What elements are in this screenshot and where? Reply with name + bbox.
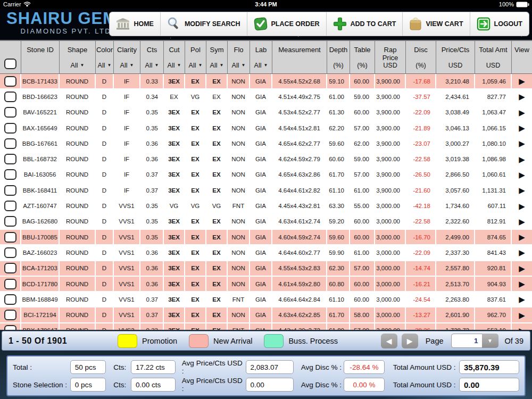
view-stone-button[interactable]: ▶ <box>519 202 525 210</box>
row-checkbox[interactable] <box>4 232 16 243</box>
home-button[interactable]: HOME <box>110 12 161 36</box>
filter-dropdown-shape[interactable]: All ▼ <box>71 62 85 69</box>
cell-flo: NON <box>228 74 250 88</box>
view-stone-button[interactable]: ▶ <box>519 171 525 179</box>
view-stone-button[interactable]: ▶ <box>519 93 525 101</box>
row-checkbox-cell <box>0 277 21 291</box>
legend-swatch <box>189 334 209 348</box>
cell-rap-price: 3,000.00 <box>375 198 406 213</box>
view-stone-button[interactable]: ▶ <box>519 233 525 241</box>
row-checkbox[interactable] <box>4 310 16 320</box>
cell-flo: NON <box>228 105 250 120</box>
column-header-measurement: Measurement <box>272 41 327 73</box>
table-row: BBM-168849ROUNDDVVS10.373EXEXEXFNTGIA4.6… <box>0 292 532 307</box>
view-stone-button[interactable]: ▶ <box>519 218 525 226</box>
cell-rap-price: 3,000.00 <box>375 230 406 244</box>
pager: ◀ ▶ Page 1 ▼ Of 39 <box>377 334 523 348</box>
row-checkbox-cell <box>0 74 21 88</box>
cell-pol: EX <box>185 183 206 197</box>
row-checkbox[interactable] <box>4 76 16 87</box>
next-page-button[interactable]: ▶ <box>402 334 418 348</box>
view-stone-button[interactable]: ▶ <box>519 155 525 163</box>
view-stone-button[interactable]: ▶ <box>519 295 525 303</box>
view-stone-button[interactable]: ▶ <box>519 124 525 132</box>
cell-clarity: VVS2 <box>114 323 140 330</box>
filter-dropdown-clarity[interactable]: All ▼ <box>120 62 134 69</box>
legend-label: Buss. Process <box>288 337 338 345</box>
cell-sym: EX <box>206 277 228 291</box>
filter-dropdown-cts[interactable]: All ▼ <box>145 62 159 69</box>
row-checkbox[interactable] <box>4 263 16 273</box>
row-checkbox-cell <box>0 121 21 135</box>
filter-dropdown-lab[interactable]: All ▼ <box>254 62 268 69</box>
view-stone-button[interactable]: ▶ <box>519 186 525 194</box>
page-select[interactable]: 1 ▼ <box>451 334 498 348</box>
cell-lab: GIA <box>250 121 272 135</box>
cell-total-amt: 607.11 <box>475 198 512 213</box>
cell-total-amt: 920.81 <box>475 261 512 276</box>
cell-cut: 3EX <box>164 230 185 244</box>
cell-cut: 3EX <box>164 214 185 229</box>
filter-dropdown-cut[interactable]: All ▼ <box>168 62 181 69</box>
row-checkbox[interactable] <box>4 138 16 149</box>
view-stone-button[interactable]: ▶ <box>519 109 525 117</box>
cell-table: 61.00 <box>350 245 375 260</box>
cell-clarity: IF <box>114 136 140 151</box>
row-checkbox[interactable] <box>4 123 16 134</box>
cell-cts: 0.37 <box>140 307 164 322</box>
cell-price-cts: 3,019.38 <box>436 152 475 166</box>
cell-cts: 0.33 <box>140 74 164 88</box>
cell-price-cts: 3,000.27 <box>436 136 475 151</box>
logout-button[interactable]: LOGOUT <box>470 12 529 36</box>
cell-pol: EX <box>185 152 206 166</box>
cell-cut: 3EX <box>164 323 185 330</box>
view-stone-button[interactable]: ▶ <box>519 327 525 330</box>
row-checkbox[interactable] <box>4 247 16 258</box>
logout-icon <box>477 17 491 31</box>
table-row: AZT-160747ROUNDDVVS10.35VGVGVGFNTGIA4.45… <box>0 198 532 214</box>
cell-stone-id: BCD-171780 <box>21 277 60 291</box>
cell-cts: 0.36 <box>140 245 164 260</box>
view-stone-button[interactable]: ▶ <box>519 139 525 147</box>
view-stone-button[interactable]: ▶ <box>519 248 525 256</box>
row-checkbox[interactable] <box>4 169 16 180</box>
filter-dropdown-pol[interactable]: All ▼ <box>189 62 203 69</box>
row-checkbox[interactable] <box>4 294 16 305</box>
view-stone-button[interactable]: ▶ <box>519 264 525 272</box>
cell-sym: EX <box>206 152 228 166</box>
row-checkbox[interactable] <box>4 279 16 289</box>
add-to-cart-button[interactable]: ADD TO CART <box>327 12 403 36</box>
view-stone-button[interactable]: ▶ <box>519 280 525 288</box>
cell-rap-price: 3,900.00 <box>375 121 406 135</box>
row-checkbox[interactable] <box>4 185 16 196</box>
prev-page-button[interactable]: ◀ <box>381 334 397 348</box>
row-checkbox[interactable] <box>4 154 16 164</box>
filter-dropdown-sym[interactable]: All ▼ <box>210 62 224 69</box>
cell-measurement: 4.51x4.49x2.75 <box>272 89 327 104</box>
row-checkbox[interactable] <box>4 325 16 330</box>
view-cell: ▶ <box>512 307 532 322</box>
cell-table: 60.00 <box>350 105 375 120</box>
row-checkbox[interactable] <box>4 92 16 102</box>
cell-disc: -13.27 <box>406 307 436 322</box>
row-checkbox[interactable] <box>4 201 16 211</box>
modify-search-button[interactable]: MODIFY SEARCH <box>161 12 247 36</box>
chevron-down-icon[interactable]: ▼ <box>482 334 498 348</box>
row-checkbox[interactable] <box>4 216 16 227</box>
cell-rap-price: 3,000.00 <box>375 292 406 306</box>
select-all-checkbox[interactable] <box>4 59 16 69</box>
pagination-bar: 1 - 50 Of 1901 PromotionNew ArrivalBuss.… <box>2 331 530 351</box>
legend-swatch <box>118 334 137 348</box>
filter-dropdown-color[interactable]: All ▼ <box>98 62 112 69</box>
row-checkbox[interactable] <box>4 107 16 118</box>
cell-cts: 0.33 <box>140 323 164 330</box>
cell-pol: EX <box>185 136 206 151</box>
view-stone-button[interactable]: ▶ <box>519 77 525 85</box>
filter-dropdown-flo[interactable]: All ▼ <box>232 62 246 69</box>
cell-disc: -16.70 <box>406 230 436 244</box>
cell-flo: NON <box>228 152 250 166</box>
view-stone-button[interactable]: ▶ <box>519 311 525 319</box>
view-cart-button[interactable]: VIEW CART <box>403 12 470 36</box>
place-order-button[interactable]: PLACE ORDER <box>247 12 327 36</box>
cell-measurement: 4.61x4.59x2.80 <box>272 277 327 291</box>
